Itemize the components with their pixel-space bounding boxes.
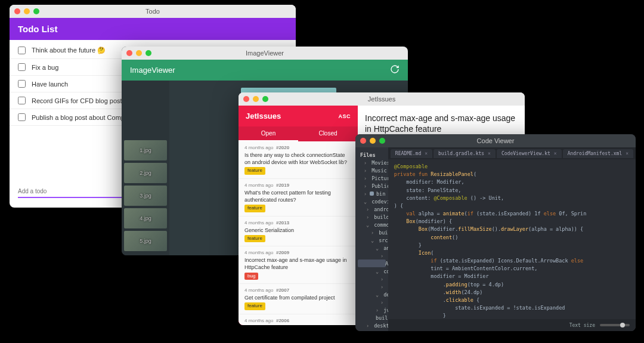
editor-tab[interactable]: build.gradle.kts× <box>434 149 496 158</box>
tree-node[interactable]: ›build <box>358 213 386 221</box>
close-icon[interactable] <box>14 8 20 14</box>
tree-node[interactable]: ›kotlin <box>358 298 386 306</box>
code-editor[interactable]: @Composableprivate fun ResizablePanel( m… <box>388 159 636 319</box>
tree-node[interactable]: ›jvmMain <box>358 306 386 314</box>
tree-node[interactable]: ›resources <box>358 283 386 291</box>
issue-title: Ktor slow startup duration <box>244 325 352 325</box>
tree-node[interactable]: ›kotlin <box>358 252 386 259</box>
tree-node[interactable]: ⌄desktopMain <box>358 291 386 298</box>
tab-open[interactable]: Open <box>239 126 298 141</box>
tree-node[interactable]: ⌄common <box>358 221 386 228</box>
code-line: tint = AmbientContentColor.current, <box>394 265 630 273</box>
close-icon[interactable] <box>243 96 249 102</box>
close-icon[interactable] <box>126 50 132 56</box>
thumbnail[interactable]: 5.jpg <box>124 231 167 251</box>
tree-node[interactable]: ›bin <box>358 190 386 197</box>
code-line: Icon( <box>394 249 630 257</box>
file-tree[interactable]: Files ›Movies›Music›Pictures›Public›bin⌄… <box>355 147 388 331</box>
issues-list[interactable]: 4 months ago #2020 Is there any way to c… <box>239 141 358 325</box>
slider-knob[interactable] <box>620 323 625 327</box>
editor-tab[interactable]: CodeViewerView.kt× <box>497 149 562 158</box>
close-tab-icon[interactable]: × <box>488 151 491 156</box>
minimize-icon[interactable] <box>136 50 142 56</box>
tree-node[interactable]: AndroidManifest.xml <box>358 259 386 267</box>
issue-item[interactable]: 4 months ago #2006 Ktor slow startup dur… <box>239 314 358 325</box>
sort-toggle[interactable]: ASC <box>338 113 351 119</box>
codeviewer-window: Code Viewer Files ›Movies›Music›Pictures… <box>355 134 636 331</box>
issue-title: Is there any way to check connectionStat… <box>244 152 352 166</box>
minimize-icon[interactable] <box>253 96 259 102</box>
chevron-icon: ⌄ <box>371 237 374 243</box>
code-line: content: @Composable () -> Unit, <box>394 194 630 202</box>
todo-text: Fix a bug <box>32 64 58 71</box>
node-label: build <box>374 214 388 220</box>
close-tab-icon[interactable]: × <box>425 151 428 156</box>
code-line: ) { <box>394 202 630 210</box>
zoom-icon[interactable] <box>379 138 385 144</box>
tree-node[interactable]: ›Pictures <box>358 174 386 182</box>
editor-tab[interactable]: README.md× <box>391 149 432 158</box>
todo-checkbox[interactable] <box>18 113 26 121</box>
node-label: android <box>374 206 388 212</box>
node-label: androidMain <box>383 245 388 251</box>
tree-node[interactable]: ›kotlin <box>358 275 386 283</box>
close-tab-icon[interactable]: × <box>626 151 628 156</box>
zoom-icon[interactable] <box>145 50 151 56</box>
tree-node[interactable]: ⌄commonMain <box>358 267 386 275</box>
chevron-icon: › <box>366 214 369 220</box>
tree-node[interactable]: ⌄codeviewer <box>358 197 386 205</box>
issue-tag: feature <box>244 302 265 310</box>
thumbnail-strip: 1.jpg2.jpg3.jpg4.jpg5.jpg <box>122 81 169 255</box>
tree-node[interactable]: ›desktop <box>358 322 386 329</box>
code-line: val alpha = animate(if (state.isExpanded… <box>394 210 630 218</box>
close-tab-icon[interactable]: × <box>554 151 557 156</box>
minimize-icon[interactable] <box>370 138 376 144</box>
textsize-slider[interactable] <box>600 324 630 326</box>
issue-item[interactable]: 4 months ago #2007 Get certificate from … <box>239 284 358 314</box>
thumbnail[interactable]: 1.jpg <box>124 140 167 160</box>
thumbnail[interactable]: 3.jpg <box>124 186 167 206</box>
refresh-icon[interactable] <box>390 64 400 76</box>
tree-node[interactable]: ›gradle <box>358 329 386 331</box>
todo-checkbox[interactable] <box>18 63 26 71</box>
tree-node[interactable]: build.gradle.kts <box>358 314 386 322</box>
app-title: ImageViewer <box>130 66 175 75</box>
tree-node[interactable]: ›android <box>358 205 386 213</box>
zoom-icon[interactable] <box>262 96 268 102</box>
sidebar-header: JetIssues ASC <box>239 106 358 126</box>
tree-node[interactable]: ›Music <box>358 166 386 174</box>
tree-node[interactable]: ›Public <box>358 182 386 190</box>
issue-number: #2019 <box>276 183 289 188</box>
issue-number: #2007 <box>276 288 289 293</box>
todo-checkbox[interactable] <box>18 47 26 54</box>
editor-tab[interactable]: AndroidManifest.xml× <box>563 149 633 158</box>
tree-node[interactable]: ›Movies <box>358 159 386 166</box>
codeviewer-titlebar[interactable]: Code Viewer <box>355 134 636 147</box>
thumbnail[interactable]: 4.jpg <box>124 208 167 228</box>
minimize-icon[interactable] <box>24 8 30 14</box>
issue-item[interactable]: 4 months ago #2020 Is there any way to c… <box>239 141 358 179</box>
zoom-icon[interactable] <box>33 8 39 14</box>
issue-number: #2009 <box>276 250 289 255</box>
issue-age: 4 months ago <box>244 318 273 323</box>
traffic-lights <box>126 50 151 56</box>
jetissues-titlebar[interactable]: JetIssues <box>239 92 525 106</box>
issue-item[interactable]: 4 months ago #2019 What's the correct pa… <box>239 179 358 217</box>
tree-node[interactable]: ⌄androidMain <box>358 244 386 252</box>
window-title: ImageViewer <box>122 50 408 57</box>
tree-node[interactable]: ⌄src <box>358 236 386 244</box>
imageviewer-titlebar[interactable]: ImageViewer <box>122 47 408 60</box>
todo-checkbox[interactable] <box>18 97 26 104</box>
folder-icon <box>370 191 374 196</box>
todo-checkbox[interactable] <box>18 80 26 88</box>
thumbnail[interactable]: 2.jpg <box>124 163 167 183</box>
issue-number: #2013 <box>276 220 289 225</box>
issue-item[interactable]: 4 months ago #2013 Generic Serialization… <box>239 217 358 247</box>
issue-item[interactable]: 4 months ago #2009 Incorrect max-age and… <box>239 246 358 284</box>
todo-titlebar[interactable]: Todo <box>10 5 296 18</box>
close-icon[interactable] <box>360 138 366 144</box>
window-title: Todo <box>10 8 296 15</box>
issue-tag: bug <box>244 273 258 280</box>
tree-node[interactable]: ›build <box>358 228 386 236</box>
tab-closed[interactable]: Closed <box>298 126 358 141</box>
